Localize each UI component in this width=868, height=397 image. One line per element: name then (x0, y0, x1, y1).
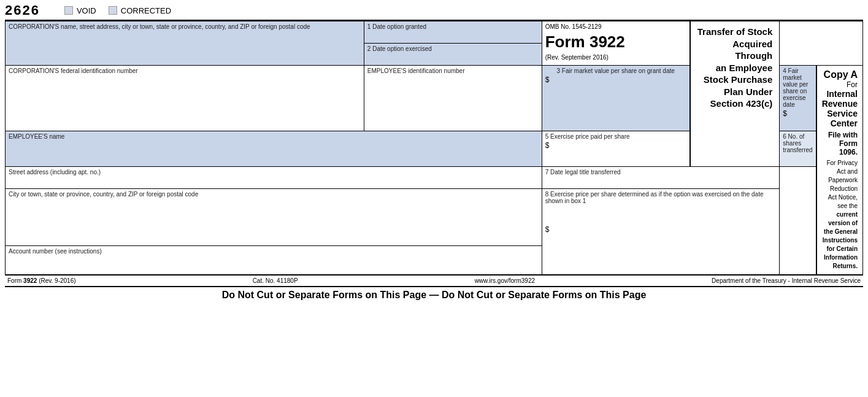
rev-date: (Rev. September 2016) (545, 54, 686, 61)
field8-dollar: $ (545, 225, 777, 234)
irs-line1: Internal Revenue (822, 89, 858, 109)
do-not-cut-text: Do Not Cut or Separate Forms on This Pag… (222, 290, 647, 300)
footer-form-label: Form 3922 (Rev. 9-2016) (7, 277, 76, 284)
emp-name-value[interactable] (9, 141, 539, 151)
field5-cell: 5 Exercise price paid per share $ (542, 131, 689, 167)
copy-a-cell: Copy A For Internal Revenue Service Cent… (816, 66, 863, 275)
title-panel: Transfer of Stock Acquired Through an Em… (694, 23, 777, 112)
row-1: CORPORATION'S name, street address, city… (6, 21, 863, 44)
privacy-text: For Privacy Act and Paperwork Reduction … (822, 159, 858, 271)
field3-cell: 3 Fair market value per share on grant d… (542, 66, 689, 131)
void-checkbox[interactable] (64, 6, 73, 15)
field4-dollar: $ (783, 109, 812, 118)
emp-id-value[interactable] (367, 75, 539, 85)
corp-fed-id-cell: CORPORATION'S federal identification num… (6, 66, 364, 131)
emp-name-cell: EMPLOYEE'S name (6, 131, 542, 167)
form-3922-label: Form 3922 (545, 33, 686, 52)
field6-value[interactable] (783, 155, 812, 164)
city-cell: City or town, state or province, country… (6, 189, 542, 246)
field5-dollar: $ (545, 141, 686, 150)
field5-label: 5 Exercise price paid per share (545, 133, 686, 140)
footer-cat: Cat. No. 41180P (253, 277, 298, 284)
footer-info-row: Form 3922 (Rev. 9-2016) Cat. No. 41180P … (5, 275, 863, 286)
title-line4: Stock Purchase (704, 74, 773, 85)
corp-name-value[interactable] (9, 31, 361, 41)
field4-label: 4 Fair market value per share on exercis… (783, 67, 812, 108)
void-label: VOID (77, 6, 96, 15)
field5-value[interactable] (545, 151, 686, 161)
field6-label: 6 No. of shares transferred (783, 133, 812, 153)
footer-dept: Department of the Treasury - Internal Re… (712, 277, 861, 284)
title-line5: Plan Under (724, 87, 772, 97)
corp-fed-id-value[interactable] (9, 75, 361, 85)
corrected-group: CORRECTED (109, 6, 171, 15)
corp-name-cell: CORPORATION'S name, street address, city… (6, 21, 364, 66)
void-group: VOID (64, 6, 96, 15)
corrected-checkbox[interactable] (109, 6, 117, 15)
title-line2: Acquired Through (732, 39, 772, 61)
account-value[interactable] (9, 256, 539, 266)
for-label: For (822, 80, 858, 89)
field7-label: 7 Date legal title transferred (545, 169, 777, 175)
field3-label: 3 Fair market value per share on grant d… (545, 67, 686, 74)
account-label: Account number (see instructions) (9, 248, 539, 255)
corp-name-label: CORPORATION'S name, street address, city… (9, 23, 361, 30)
corrected-label: CORRECTED (121, 6, 171, 15)
field8-cell: 8 Exercise price per share determined as… (542, 189, 780, 275)
field1-cell: 1 Date option granted (364, 21, 542, 44)
field2-cell: 2 Date option exercised (364, 44, 542, 66)
field2-label: 2 Date option exercised (367, 45, 539, 52)
file-label: File with Form 1096. (822, 131, 858, 156)
top-header: 2626 VOID CORRECTED (5, 2, 863, 21)
corp-fed-id-label: CORPORATION'S federal identification num… (9, 67, 361, 74)
title-line6: Section 423(c) (710, 98, 773, 109)
title-cell: Transfer of Stock Acquired Through an Em… (690, 21, 780, 167)
field3-dollar: $ (545, 75, 686, 84)
field7-cell: 7 Date legal title transferred (542, 167, 780, 189)
account-cell: Account number (see instructions) (6, 245, 542, 275)
city-value[interactable] (9, 199, 539, 209)
street-label: Street address (including apt. no.) (9, 169, 539, 175)
privacy-bold: current version of the General Instructi… (823, 211, 858, 269)
copy-a-label: Copy A (822, 69, 858, 80)
footer-form-number: 3922 (23, 277, 37, 284)
irs-line2: Service Center (822, 109, 858, 128)
omb-label: OMB No. 1545-2129 (545, 23, 686, 30)
field8-value (545, 214, 777, 224)
omb-cell: OMB No. 1545-2129 Form 3922 (Rev. Septem… (542, 21, 689, 66)
field8-input[interactable] (545, 235, 777, 245)
field6-cell: 6 No. of shares transferred (780, 131, 816, 167)
row-4: Street address (including apt. no.) 7 Da… (6, 167, 863, 189)
field3-value[interactable] (545, 85, 686, 95)
page-wrapper: 2626 VOID CORRECTED CORPORATION'S name, … (0, 0, 868, 306)
footer-website: www.irs.gov/form3922 (475, 277, 535, 284)
city-label: City or town, state or province, country… (9, 191, 539, 198)
field4-value[interactable] (783, 119, 812, 129)
title-line1: Transfer of Stock (697, 26, 773, 37)
emp-id-label: EMPLOYEE'S identification number (367, 67, 539, 74)
street-value[interactable] (9, 177, 539, 187)
emp-id-cell: EMPLOYEE'S identification number (364, 66, 542, 131)
field7-value[interactable] (545, 177, 777, 187)
row-5: City or town, state or province, country… (6, 189, 863, 246)
field2-value[interactable] (367, 53, 539, 63)
field1-label: 1 Date option granted (367, 23, 539, 30)
field4-cell: 4 Fair market value per share on exercis… (780, 66, 816, 131)
field8-label: 8 Exercise price per share determined as… (545, 191, 777, 204)
field1-value[interactable] (367, 31, 539, 41)
privacy-normal: For Privacy Act and Paperwork Reduction … (826, 160, 858, 209)
form-table: CORPORATION'S name, street address, city… (5, 21, 863, 275)
footer-rev: (Rev. 9-2016) (39, 277, 75, 284)
form-number: 2626 (5, 2, 40, 18)
do-not-cut-row: Do Not Cut or Separate Forms on This Pag… (5, 286, 863, 303)
emp-name-label: EMPLOYEE'S name (9, 133, 539, 140)
street-cell: Street address (including apt. no.) (6, 167, 542, 189)
title-line3: an Employee (716, 63, 773, 73)
